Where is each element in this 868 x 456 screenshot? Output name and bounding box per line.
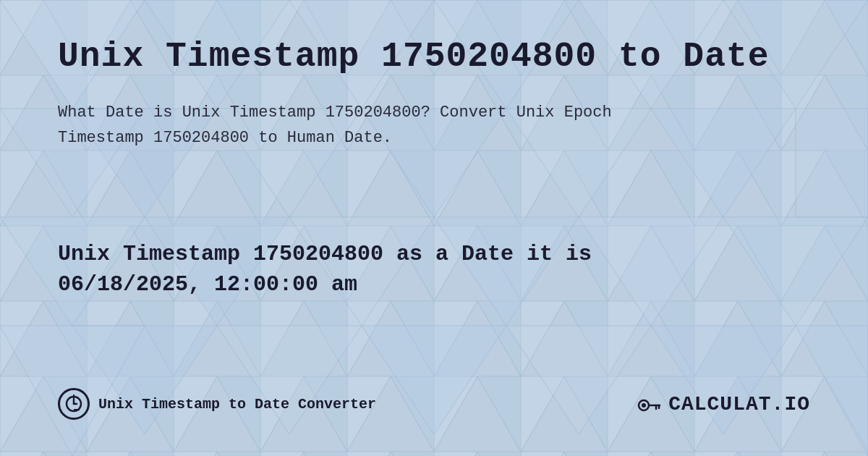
footer: Unix Timestamp to Date Converter CALCULA…	[58, 373, 810, 420]
clock-icon	[58, 388, 90, 420]
description: What Date is Unix Timestamp 1750204800? …	[58, 100, 709, 151]
logo-text: CALCULAT.IO	[668, 393, 810, 415]
logo-area: CALCULAT.IO	[637, 391, 810, 417]
svg-point-35	[642, 403, 646, 408]
result-section: Unix Timestamp 1750204800 as a Date it i…	[58, 239, 592, 300]
description-line2: Timestamp 1750204800 to Human Date.	[58, 129, 392, 147]
footer-left: Unix Timestamp to Date Converter	[58, 388, 376, 420]
footer-label: Unix Timestamp to Date Converter	[98, 396, 376, 413]
result-line2: 06/18/2025, 12:00:00 am	[58, 272, 357, 297]
logo-icon	[637, 391, 663, 417]
page-title: Unix Timestamp 1750204800 to Date	[58, 36, 810, 78]
result-text: Unix Timestamp 1750204800 as a Date it i…	[58, 239, 592, 300]
description-line1: What Date is Unix Timestamp 1750204800? …	[58, 104, 612, 122]
result-line1: Unix Timestamp 1750204800 as a Date it i…	[58, 242, 592, 266]
